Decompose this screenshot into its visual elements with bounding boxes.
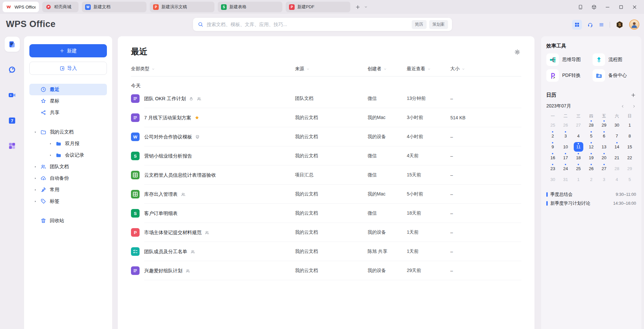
sidebar-item-clock[interactable]: 最近 [29,84,107,95]
gear-icon[interactable] [514,49,521,55]
caret-right-icon[interactable] [34,165,37,168]
calendar-day[interactable]: 25 [572,163,585,174]
file-row[interactable]: P市场主体登记提交材料规范我的云文档我的设备1天前– [131,223,521,242]
calendar-day[interactable]: 21 [610,152,623,163]
sidebar-tree-item[interactable]: 自动备份 [29,172,107,184]
file-row[interactable]: 云文档管人员信息统计表理器验收项目汇总微信15天前– [131,165,521,185]
tab-docer[interactable]: 稻壳商城 [42,2,79,12]
calendar-day[interactable]: 3 [597,174,610,185]
caret-right-icon[interactable] [34,200,37,203]
sidebar-item-share[interactable]: 共享 [29,107,107,118]
cube-icon[interactable] [591,4,597,10]
calendar-day[interactable]: 2 [585,174,598,185]
filter-size[interactable]: 大小 [450,66,465,72]
sidebar-tree-item[interactable]: 我的云文档 [29,126,107,138]
calendar-day[interactable]: 28 [585,120,598,131]
search-input[interactable] [207,22,409,27]
calendar-event[interactable]: 新季度学习计划讨论14:30–16:00 [546,199,636,208]
chevron-right-icon[interactable] [632,104,636,108]
calendar-day-selected[interactable]: 11 [572,141,585,152]
calendar-day[interactable]: 10 [559,141,572,152]
calendar-day[interactable]: 26 [585,163,598,174]
vip-badge-icon[interactable]: S [615,20,624,29]
tool-backup[interactable]: 备份中心 [593,69,636,82]
calendar-day[interactable]: 8 [623,131,636,141]
calendar-day[interactable]: 31 [559,174,572,185]
calendar-day[interactable]: 18 [572,152,585,163]
filter-source[interactable]: 来源 [295,66,310,72]
calendar-day[interactable]: 6 [597,131,610,141]
search-bar[interactable]: 简历策划案 [193,18,452,31]
file-row[interactable]: 库存出入管理表我的云文档我的Mac5小时前– [131,185,521,204]
calendar-day[interactable]: 16 [546,152,559,163]
tool-pdf-convert[interactable]: PDF转换 [546,69,590,82]
calendar-day[interactable]: 9 [546,141,559,152]
sidebar-tree-item[interactable]: 团队文档 [29,161,107,172]
file-row[interactable]: 7 月线下活动策划方案我的云文档我的Mac3小时前514 KB [131,108,521,127]
sidebar-tree-item[interactable]: 标签 [29,195,107,207]
filter-all-types[interactable]: 全部类型 [131,66,155,72]
caret-right-icon[interactable] [49,142,52,145]
calendar-day[interactable]: 3 [559,131,572,141]
import-button[interactable]: 导入 [29,62,107,75]
tab-wps-logo[interactable]: WPS Office [3,2,39,12]
headset-icon[interactable] [587,22,593,28]
calendar-day[interactable]: 20 [597,152,610,163]
rail-item-workspace[interactable] [5,138,20,153]
calendar-event[interactable]: 季度总结会9:30–11:00 [546,190,636,199]
calendar-day[interactable]: 23 [546,163,559,174]
calendar-day[interactable]: 7 [610,131,623,141]
calendar-day[interactable]: 4 [572,131,585,141]
calendar-day[interactable]: 27 [572,120,585,131]
calendar-day[interactable]: 12 [585,141,598,152]
add-event-icon[interactable] [630,92,636,98]
chevron-left-icon[interactable] [621,104,625,108]
avatar[interactable] [629,19,639,30]
tab-pdf-file[interactable]: P新建PDF [286,2,350,12]
rail-item-meeting[interactable] [5,87,20,103]
tab-ppt-file[interactable]: P新建演示文稿 [150,2,214,12]
maximize-icon[interactable] [618,4,624,10]
calendar-day[interactable]: 27 [597,163,610,174]
apps-grid-button[interactable] [572,20,582,30]
tab-list-chevron-icon[interactable] [364,5,368,9]
filter-last-viewed[interactable]: 最近查看 [407,66,431,72]
calendar-day[interactable]: 30 [546,174,559,185]
calendar-day[interactable]: 24 [559,163,572,174]
calendar-day[interactable]: 30 [610,120,623,131]
calendar-day[interactable]: 5 [623,174,636,185]
calendar-day[interactable]: 15 [623,141,636,152]
tool-flowchart[interactable]: 流程图 [593,53,636,66]
sidebar-tree-item[interactable]: 双月报 [29,138,107,149]
calendar-day[interactable]: 19 [585,152,598,163]
rail-item-chat[interactable] [5,62,20,77]
calendar-day[interactable]: 1 [623,120,636,131]
device-icon[interactable] [578,4,583,10]
search-hot-tag[interactable]: 策划案 [429,20,448,29]
file-row[interactable]: 团队成员及分工名单我的云文档陈旭 共享1天前– [131,242,521,261]
file-row[interactable]: S客户订单明细表我的云文档微信18天前– [131,204,521,223]
sidebar-item-trash[interactable]: 回收站 [29,215,107,226]
calendar-day[interactable]: 17 [559,152,572,163]
calendar-day[interactable]: 29 [623,163,636,174]
calendar-day[interactable]: 26 [559,120,572,131]
calendar-day[interactable]: 28 [610,163,623,174]
minimize-icon[interactable] [605,4,610,10]
calendar-day[interactable]: 14 [610,141,623,152]
search-hot-tag[interactable]: 简历 [412,20,427,29]
calendar-day[interactable]: 22 [623,152,636,163]
filter-creator[interactable]: 创建者 [368,66,387,72]
sidebar-tree-item[interactable]: 会议记录 [29,149,107,161]
add-tab-icon[interactable] [355,4,361,10]
caret-right-icon[interactable] [49,154,52,157]
file-row[interactable]: W公司对外合作协议模板我的云文档我的设备4小时前– [131,127,521,146]
menu-icon[interactable] [598,22,604,28]
calendar-day[interactable]: 4 [610,174,623,185]
calendar-day[interactable]: 2 [546,131,559,141]
file-row[interactable]: S营销小组业绩分析报告我的云文档微信4天前– [131,146,521,165]
calendar-day[interactable]: 5 [585,131,598,141]
caret-right-icon[interactable] [34,177,37,180]
caret-down-icon[interactable] [34,131,37,134]
caret-right-icon[interactable] [34,188,37,192]
sidebar-tree-item[interactable]: 常用 [29,184,107,195]
